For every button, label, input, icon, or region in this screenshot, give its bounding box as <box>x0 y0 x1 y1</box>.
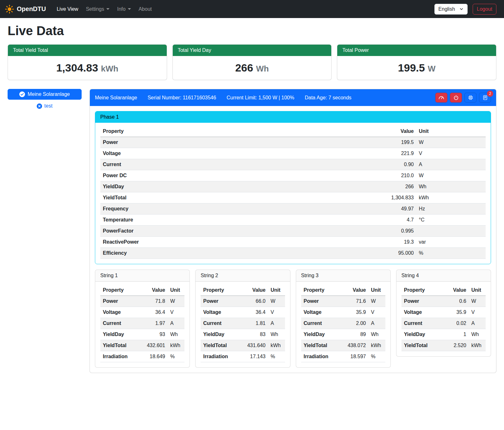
table-row: YieldDay 93 Wh <box>100 329 184 340</box>
inverter-select-button[interactable]: Meine Solaranlage <box>8 89 82 100</box>
row-unit: °C <box>416 215 486 226</box>
strings-grid: String 1 Property Value Unit <box>95 270 491 368</box>
table-row: Power 71.8 W <box>100 296 184 307</box>
table-row: Power DC 210.0 W <box>100 170 486 181</box>
row-property: Current <box>100 159 289 170</box>
row-property: YieldTotal <box>100 192 289 203</box>
inverter-limit: Current Limit: 1,500 W | 100% <box>227 95 294 101</box>
nav-links: Live View Settings Info About <box>53 4 156 15</box>
nav-item-settings[interactable]: Settings <box>83 4 112 15</box>
language-select[interactable]: English <box>434 4 468 15</box>
main-content: Live Data Total Yield Total 1,304.83 kWh… <box>0 24 504 381</box>
row-unit: % <box>369 351 385 362</box>
column-header-unit: Unit <box>469 285 486 296</box>
row-value: 0.6 <box>444 296 469 307</box>
row-unit: A <box>469 318 486 329</box>
sun-icon <box>5 5 14 14</box>
table-row: Temperature 4.7 °C <box>100 215 486 226</box>
column-header-property: Property <box>401 285 444 296</box>
table-row: PowerFactor 0.995 <box>100 226 486 237</box>
content-row: Meine Solaranlage test Meine Solaranlage… <box>8 89 496 373</box>
phase-table: Property Value Unit Power 199.5 W <box>100 126 486 259</box>
row-unit: W <box>416 170 486 181</box>
inverter-test-button[interactable]: test <box>37 103 53 109</box>
table-row: Voltage 35.9 V <box>301 307 385 318</box>
row-unit: % <box>416 248 486 259</box>
inverter-serial: Serial Number: 116171603546 <box>147 95 216 101</box>
inverter-actions: 2 <box>435 93 491 103</box>
row-property: Current <box>401 318 444 329</box>
summary-card-title: Total Power <box>337 45 496 56</box>
row-unit: kWh <box>168 340 184 351</box>
row-property: YieldDay <box>201 329 243 340</box>
row-property: YieldDay <box>401 329 444 340</box>
chevron-down-icon <box>128 8 131 10</box>
string-title: String 2 <box>196 270 290 282</box>
inverter-panel-body: Phase 1 Property Value Unit <box>90 106 496 373</box>
phase-table-body: Power 199.5 W Voltage 221.9 V Current 0. <box>100 137 486 259</box>
string-card-3: String 3 Property Value Unit <box>296 270 391 368</box>
string-title: String 3 <box>296 270 390 282</box>
event-log-button[interactable]: 2 <box>479 93 491 103</box>
row-value: 221.9 <box>289 148 416 159</box>
row-property: Current <box>100 318 142 329</box>
language-select-value: English <box>439 6 455 12</box>
brand[interactable]: OpenDTU <box>5 5 46 14</box>
string-table: Property Value Unit Power 0.6 W <box>401 285 486 351</box>
nav-item-info[interactable]: Info <box>115 4 134 15</box>
row-unit: Wh <box>168 329 184 340</box>
journal-text-icon <box>482 95 488 100</box>
table-row: YieldDay 83 Wh <box>201 329 285 340</box>
row-unit: % <box>268 351 285 362</box>
summary-card-body: 199.5 W <box>337 56 496 80</box>
row-unit: kWh <box>369 340 385 351</box>
row-property: Irradiation <box>301 351 343 362</box>
device-info-button[interactable] <box>464 93 476 103</box>
row-unit: W <box>416 137 486 148</box>
summary-card-body: 266 Wh <box>173 56 332 80</box>
table-header-row: Property Value Unit <box>100 126 486 137</box>
row-unit: kWh <box>268 340 285 351</box>
row-value: 18.597 <box>343 351 369 362</box>
table-row: Current 0.02 A <box>401 318 486 329</box>
string-card-2: String 2 Property Value Unit <box>195 270 290 368</box>
nav-item-live-view[interactable]: Live View <box>54 4 81 15</box>
total-yield-day-card: Total Yield Day 266 Wh <box>172 44 332 80</box>
string-card-4: String 4 Property Value Unit <box>396 270 491 357</box>
row-unit: V <box>416 148 486 159</box>
power-toggle-button[interactable] <box>450 93 462 103</box>
column-header-value: Value <box>289 126 416 137</box>
row-property: Voltage <box>301 307 343 318</box>
row-unit: Hz <box>416 203 486 215</box>
row-property: YieldTotal <box>401 340 444 351</box>
row-unit: Wh <box>369 329 385 340</box>
column-header-property: Property <box>201 285 243 296</box>
summary-card-body: 1,304.83 kWh <box>8 56 167 80</box>
column-header-unit: Unit <box>416 126 486 137</box>
table-row: Voltage 36.4 V <box>201 307 285 318</box>
row-value: 199.5 <box>289 137 416 148</box>
row-value: 35.9 <box>444 307 469 318</box>
inverter-sidebar: Meine Solaranlage test <box>8 89 82 109</box>
navbar-right: English Logout <box>434 4 496 15</box>
row-property: Frequency <box>100 203 289 215</box>
row-value: 2.520 <box>444 340 469 351</box>
logout-button[interactable]: Logout <box>473 4 496 15</box>
inverter-select-label: Meine Solaranlage <box>28 91 70 97</box>
table-row: YieldDay 89 Wh <box>301 329 385 340</box>
row-unit: kWh <box>416 192 486 203</box>
page-title: Live Data <box>8 24 496 38</box>
table-row: Irradiation 18.597 % <box>301 351 385 362</box>
string-title: String 1 <box>95 270 190 282</box>
row-property: Power <box>100 296 142 307</box>
row-value: 0.02 <box>444 318 469 329</box>
nav-item-about[interactable]: About <box>136 4 154 15</box>
table-row: YieldTotal 438.072 kWh <box>301 340 385 351</box>
row-value: 1,304.833 <box>289 192 416 203</box>
limit-settings-button[interactable] <box>435 93 447 103</box>
row-property: Voltage <box>201 307 243 318</box>
string-body: Property Value Unit Power 0.6 W <box>396 282 491 356</box>
row-unit: W <box>369 296 385 307</box>
table-row: Voltage 36.4 V <box>100 307 184 318</box>
inverter-data-age: Data Age: 7 seconds <box>305 95 352 101</box>
